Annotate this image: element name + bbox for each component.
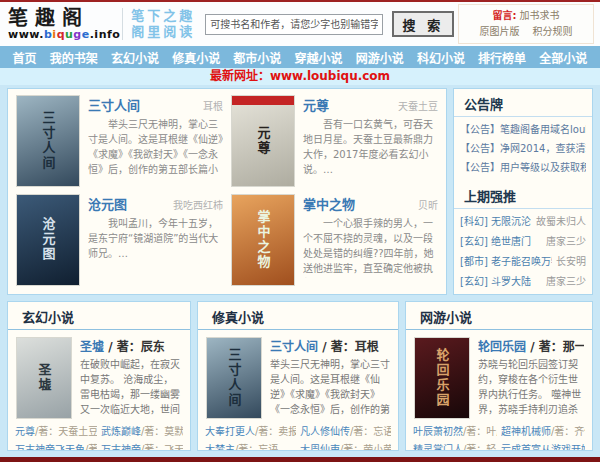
book-author: 唐家三少 [542,272,586,292]
section-title: 玄幻小说 [8,302,190,330]
book-title-link[interactable]: 元尊 [303,95,329,114]
book-author: 故蜀未归人 [532,212,586,232]
book-title-link[interactable]: [都市] 老子能召唤万物 [460,252,552,272]
book-title-link[interactable]: [科幻] 无限沉沦 [460,212,531,232]
book-title-link[interactable]: 大周仙吏 [300,444,340,452]
nav-item[interactable]: 修真小说 [172,49,220,66]
cover-title-text: 圣墟 [35,363,54,393]
book-title-link[interactable]: 凡人修仙传 [300,426,350,437]
section-featured-book: 轮回乐园 轮回乐园 / 著：那一只蚊子 苏晓与轮回乐园签订契约，穿梭在各个衍生世… [406,330,592,423]
book-title-link[interactable]: 超神机械师 [501,426,551,437]
book-title-link[interactable]: 轮回乐园 [478,340,526,354]
add-book-request-link[interactable]: 加书求书 [520,10,560,21]
book-list-item[interactable]: 凡人修仙传/著：忘语 [300,423,391,441]
book-title-link[interactable]: 叶辰萧初然 [413,426,463,437]
section-xiuzhen: 修真小说 三寸人间 三寸人间 / 著：耳根 举头三尺无神明，掌心三寸是人间。这是… [197,301,399,451]
latest-url-link[interactable]: www.loubiqu.com [270,69,390,83]
featured-info: 三寸人间 / 著：耳根 举头三尺无神明，掌心三寸是人间。这是耳根继《仙逆》《求魔… [270,337,390,419]
book-title-link[interactable]: 万古神帝飞天鱼 [15,444,85,452]
nav-item[interactable]: 科幻小说 [417,49,465,66]
book-list-item[interactable]: 精灵掌门人/著：轻泉流响 [413,441,497,452]
cover-title-text: 轮回乐园 [433,348,452,408]
site-logo[interactable]: 笔趣阁 www.biquge.info [8,8,120,41]
nav-item[interactable]: 网游小说 [356,49,404,66]
bulletin-item[interactable]: 【公告】笔趣阁备用域名loubiqu.com无弹窗 [460,120,586,139]
book-cover[interactable]: 三寸人间 [206,337,262,419]
section-featured-book: 圣墟 圣墟 / 著：辰东 在破败中崛起，在寂灭中复苏。 沧海成尘，雷电枯竭，那一… [8,330,190,423]
book-list-item[interactable]: 万古神帝/著：飞天鱼 [101,441,183,452]
nav-item[interactable]: 全部小说 [539,49,587,66]
logo-domain-letter: www. [8,28,44,41]
nav-item[interactable]: 玄幻小说 [111,49,159,66]
tagline-line2: 阁里阅读 [131,24,195,40]
book-title-link[interactable]: 元尊 [15,426,35,437]
book-author: 耳根 [355,340,379,354]
book-list-item[interactable]: 叶辰萧初然/著：叶辰萧初然 [413,423,497,441]
book-cover[interactable]: 轮回乐园 [414,337,470,419]
book-title-link[interactable]: 大奉打更人 [205,426,255,437]
title-separator: / [104,340,117,354]
site-logo-title[interactable]: 笔趣阁 [8,8,120,29]
book-list-item[interactable]: 武炼巅峰/著：莫默 [101,423,183,441]
book-list-item[interactable]: 元尊/著：天蚕土豆 [15,423,97,441]
book-list: 元尊/著：天蚕土豆武炼巅峰/著：莫默万古神帝飞天鱼/著：飞天万古神帝/著：飞天鱼… [8,423,190,451]
book-title-link[interactable]: [玄幻] 斗罗大陆 [460,272,531,292]
bulletin-item[interactable]: 【公告】用户等级以及获取积分的详细规则 [460,158,586,177]
book-title-link[interactable]: 三寸人间 [88,95,140,114]
search-input[interactable] [205,14,383,35]
book-author: /著：飞天鱼 [141,444,183,452]
book-title-link[interactable]: 掌中之物 [303,194,355,213]
book-list-item[interactable]: 亏成首富从游戏开始/著： [501,441,585,452]
strong-recommend-item: [玄幻] 绝世唐门唐家三少 [460,232,586,252]
nav-item[interactable]: 我的书架 [50,49,98,66]
by-label: 著： [117,340,141,354]
nav-item[interactable]: 排行榜单 [478,49,526,66]
strong-recommend-list: [科幻] 无限沉沦故蜀未归人[玄幻] 绝世唐门唐家三少[都市] 老子能召唤万物长… [454,209,592,295]
book-list-item[interactable]: 大奉打更人/著：卖报小郎君 [205,423,296,441]
book-title-link[interactable]: 精灵掌门人 [413,444,463,452]
book-title-link[interactable]: 万古神帝 [101,444,141,452]
book-author: 贝昕 [418,197,438,212]
strong-recommend-item: [科幻] 无限沉沦故蜀未归人 [460,212,586,232]
book-list-item[interactable]: 大周仙吏/著：荣小荣 [300,441,391,452]
category-sections-row: 玄幻小说 圣墟 圣墟 / 著：辰东 在破败中崛起，在寂灭中复苏。 沧海成尘，雷电… [7,301,593,451]
nav-item[interactable]: 都市小说 [233,49,281,66]
strong-recommend-title: 上期强推 [454,181,592,209]
book-title-link[interactable]: 大梦主 [205,444,235,452]
bulletin-item[interactable]: 【公告】净网2014，查获清理中，欢迎举报！ [460,139,586,158]
book-cover[interactable]: 掌中之物 [231,194,295,286]
book-cover[interactable]: 沧元图 [16,194,80,286]
notice-row2: 原图片版 积分规则 [463,24,589,40]
book-title-link[interactable]: 圣墟 [80,340,104,354]
book-title-link[interactable]: [玄幻] 绝世唐门 [460,232,531,252]
site-tagline: 笔下之趣 阁里阅读 [131,8,195,41]
logo-domain-letter: q [57,28,65,41]
picture-version-link[interactable]: 原图片版 [479,26,519,37]
book-author: 天蚕土豆 [398,98,438,113]
strong-recommend-item: [玄幻] 斗罗大陆唐家三少 [460,272,586,292]
card-info: 元尊 天蚕土豆 吾有一口玄黄气，可吞天地日月星。天蚕土豆最新鼎力大作，2017年… [303,95,438,190]
book-title-link[interactable]: 沧元图 [88,194,127,213]
book-list-item[interactable]: 大梦主/著：忘语 [205,441,296,452]
book-title-link[interactable]: 亏成首富从游戏开始 [501,444,585,452]
card-info: 沧元图 我吃西红柿 我叫孟川，今年十五岁，是东宁府“镜湖道院”的当代大师兄。… [88,194,223,289]
book-list: 叶辰萧初然/著：叶辰萧初然超神机械师/著：齐佩甲精灵掌门人/著：轻泉流响亏成首富… [406,423,592,451]
book-list-item[interactable]: 万古神帝飞天鱼/著：飞天 [15,441,97,452]
book-cover[interactable]: 圣墟 [16,337,72,419]
by-label: 著： [331,340,355,354]
nav-item[interactable]: 穿越小说 [295,49,343,66]
book-description: 在破败中崛起，在寂灭中复苏。 沧海成尘，雷电枯竭，那一缕幽雾又一次临近大地，世间… [80,357,182,417]
points-rules-link[interactable]: 积分规则 [533,26,573,37]
search-button[interactable]: 搜 索 [392,11,454,37]
book-cover[interactable]: 元尊 [231,95,295,187]
cover-banner [232,96,294,105]
book-cover[interactable]: 三寸人间 [16,95,80,187]
nav-item[interactable]: 首页 [13,49,37,66]
book-description: 我叫孟川，今年十五岁，是东宁府“镜湖道院”的当代大师兄。… [88,216,223,261]
book-author: /著：轻泉流响 [463,444,497,452]
book-title-link[interactable]: 三寸人间 [270,340,318,354]
featured-card: 沧元图 沧元图 我吃西红柿 我叫孟川，今年十五岁，是东宁府“镜湖道院”的当代大师… [16,194,223,289]
book-list-item[interactable]: 超神机械师/著：齐佩甲 [501,423,585,441]
book-title-link[interactable]: 武炼巅峰 [101,426,141,437]
book-author: 耳根 [203,98,223,113]
